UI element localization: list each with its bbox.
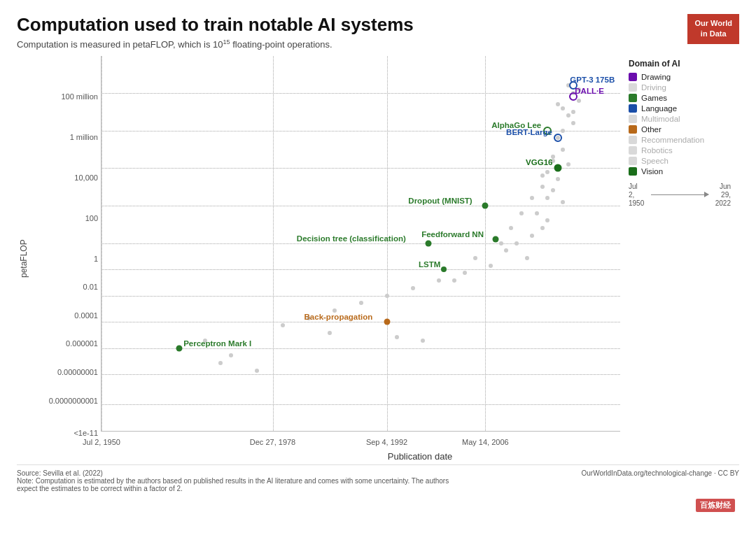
legend-swatch — [629, 83, 637, 92]
data-dot-bert-large — [554, 134, 562, 142]
bg-dot — [463, 271, 467, 275]
main-title: Computation used to train notable AI sys… — [17, 14, 414, 36]
y-tick-label: 100 — [85, 214, 98, 222]
legend-label: Speech — [641, 157, 668, 165]
legend-swatch — [629, 125, 637, 134]
bg-dot — [561, 148, 565, 152]
x-tick-label: Jul 2, 1950 — [83, 438, 120, 446]
bg-dot — [540, 185, 545, 189]
data-label-dropout-(mnist): Dropout (MNIST) — [408, 197, 472, 205]
bg-dot — [525, 256, 529, 260]
bg-dot — [571, 121, 575, 125]
grid-line-h — [102, 206, 620, 206]
bg-dot — [561, 106, 565, 111]
legend-title: Domain of AI — [629, 59, 731, 69]
data-label-lstm: LSTM — [419, 260, 440, 269]
x-tick-label: Sep 4, 1992 — [366, 438, 407, 446]
grid-line-v — [485, 56, 486, 431]
legend-item-drawing: Drawing — [629, 73, 731, 81]
bg-dot — [530, 196, 534, 200]
bg-dot — [535, 211, 539, 215]
data-label-gpt-3-175b: GPT-3 175B — [570, 76, 615, 84]
legend-swatch — [629, 94, 637, 102]
time-start: Jul2,1950 — [629, 183, 644, 208]
legend-item-driving: Driving — [629, 83, 731, 92]
legend-label: Driving — [641, 83, 666, 92]
legend-label: Recommendation — [641, 136, 704, 144]
bg-dot — [395, 335, 399, 339]
legend-swatch — [629, 167, 637, 176]
y-tick-label: 0.0001 — [74, 311, 98, 320]
time-end: Jun29,2022 — [715, 183, 731, 208]
data-dot-dropout-(mnist) — [482, 202, 489, 208]
bg-dot — [255, 369, 259, 373]
bg-dot — [385, 294, 389, 298]
data-dot-vgg16 — [554, 164, 562, 172]
bg-dot — [571, 110, 575, 114]
legend-box: Domain of AI DrawingDrivingGamesLanguage… — [620, 56, 739, 432]
data-dot-feedforward-nn — [493, 236, 499, 243]
legend-label: Other — [641, 125, 662, 134]
legend-label: Robotics — [641, 146, 673, 155]
plot-and-legend: Jul 2, 1950Dec 27, 1978Sep 4, 1992May 14… — [101, 56, 739, 432]
y-tick-label: 10,000 — [74, 173, 98, 182]
bg-dot — [437, 278, 441, 283]
grid-line-v — [387, 56, 388, 431]
data-dot-decision-tree-(classification) — [425, 240, 431, 246]
legend-label: Vision — [641, 167, 663, 176]
y-tick-label: 0.0000000001 — [49, 397, 98, 405]
bg-dot — [421, 339, 425, 343]
data-dot-back-propagation — [384, 319, 390, 325]
bg-dot — [509, 226, 513, 230]
legend-swatch — [629, 104, 637, 113]
data-dot-perceptron-mark-i — [176, 345, 183, 351]
legend-swatch — [629, 157, 637, 165]
bg-dot — [411, 286, 415, 290]
bg-dot — [545, 196, 550, 200]
bg-dot — [519, 211, 524, 215]
subtitle: Computation is measured in petaFLOP, whi… — [17, 38, 414, 50]
y-tick-label: 0.00000001 — [57, 368, 98, 376]
data-label-dall·e: DALL·E — [575, 87, 604, 95]
legend-swatch — [629, 73, 637, 81]
grid-line-h — [102, 322, 620, 322]
legend-item-games: Games — [629, 94, 731, 102]
grid-line-h — [102, 243, 620, 244]
footer-left: Source: Sevilla et al. (2022) Note: Comp… — [17, 469, 449, 492]
bg-dot — [577, 99, 581, 103]
grid-line-h — [102, 296, 620, 297]
bg-dot — [545, 170, 550, 174]
legend-swatch — [629, 115, 637, 123]
logo: Our World in Data — [687, 14, 739, 44]
data-label-back-propagation: Back-propagation — [304, 313, 373, 321]
bg-dot — [551, 188, 555, 192]
data-label-decision-tree-(classification): Decision tree (classification) — [297, 234, 406, 243]
y-axis-label: petaFLOP — [17, 56, 31, 462]
y-tick-label: 100 million — [61, 92, 98, 101]
bg-dot — [566, 113, 570, 118]
grid-line-h — [102, 93, 620, 94]
grid-line-h — [102, 404, 620, 405]
legend-item-vision: Vision — [629, 167, 731, 176]
chart-area: petaFLOP 100 million1 million10,00010010… — [17, 56, 739, 462]
legend-label: Games — [641, 94, 667, 102]
grid-line-v — [273, 56, 274, 431]
bg-dot — [561, 129, 565, 133]
bg-dot — [452, 278, 456, 283]
bg-dot — [328, 331, 332, 335]
bg-dot — [218, 361, 223, 365]
legend-item-other: Other — [629, 125, 731, 134]
bg-dot — [556, 177, 560, 181]
header: Computation used to train notable AI sys… — [17, 14, 739, 50]
legend-label: Drawing — [641, 73, 671, 81]
data-label-feedforward-nn: Feedforward NN — [421, 230, 484, 239]
bg-dot — [281, 323, 285, 327]
title-block: Computation used to train notable AI sys… — [17, 14, 414, 50]
legend-swatch — [629, 146, 637, 155]
legend-item-language: Language — [629, 104, 731, 113]
legend-item-speech: Speech — [629, 157, 731, 165]
legend-items: DrawingDrivingGamesLanguageMultimodalOth… — [629, 73, 731, 176]
time-range: Jul2,1950 Jun29,2022 — [629, 183, 731, 208]
legend-item-recommendation: Recommendation — [629, 136, 731, 144]
chart-with-axes: Jul 2, 1950Dec 27, 1978Sep 4, 1992May 14… — [101, 56, 739, 462]
